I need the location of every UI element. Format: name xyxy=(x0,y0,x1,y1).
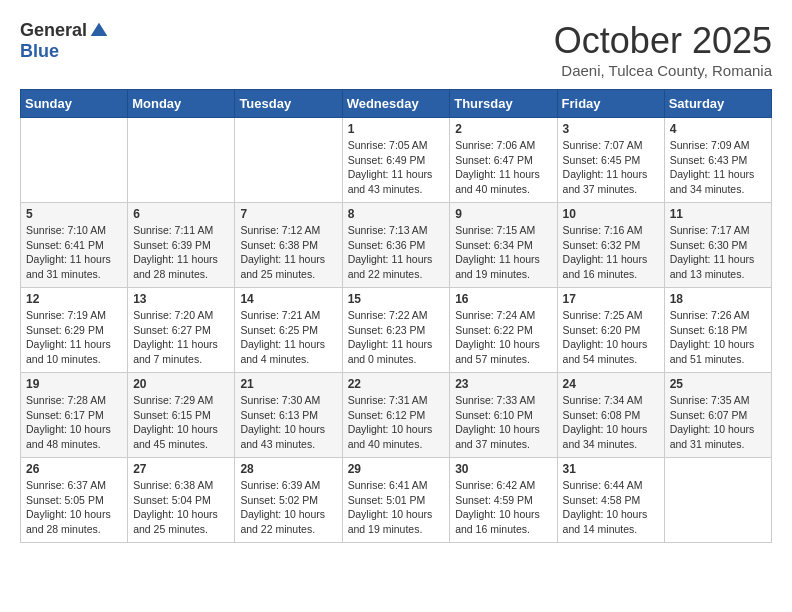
calendar-day-cell: 7Sunrise: 7:12 AMSunset: 6:38 PMDaylight… xyxy=(235,203,342,288)
calendar-day-cell: 19Sunrise: 7:28 AMSunset: 6:17 PMDayligh… xyxy=(21,373,128,458)
day-info: Sunrise: 7:29 AMSunset: 6:15 PMDaylight:… xyxy=(133,393,229,452)
day-info: Sunrise: 7:26 AMSunset: 6:18 PMDaylight:… xyxy=(670,308,766,367)
day-number: 20 xyxy=(133,377,229,391)
calendar-day-cell: 13Sunrise: 7:20 AMSunset: 6:27 PMDayligh… xyxy=(128,288,235,373)
day-number: 13 xyxy=(133,292,229,306)
logo-icon xyxy=(89,21,109,41)
day-info: Sunrise: 7:11 AMSunset: 6:39 PMDaylight:… xyxy=(133,223,229,282)
calendar-week-row: 26Sunrise: 6:37 AMSunset: 5:05 PMDayligh… xyxy=(21,458,772,543)
day-number: 19 xyxy=(26,377,122,391)
logo-general: General xyxy=(20,20,87,41)
day-info: Sunrise: 7:10 AMSunset: 6:41 PMDaylight:… xyxy=(26,223,122,282)
calendar-day-cell: 21Sunrise: 7:30 AMSunset: 6:13 PMDayligh… xyxy=(235,373,342,458)
location-subtitle: Daeni, Tulcea County, Romania xyxy=(554,62,772,79)
day-info: Sunrise: 6:42 AMSunset: 4:59 PMDaylight:… xyxy=(455,478,551,537)
day-number: 16 xyxy=(455,292,551,306)
day-number: 18 xyxy=(670,292,766,306)
logo: General Blue xyxy=(20,20,109,62)
day-info: Sunrise: 7:30 AMSunset: 6:13 PMDaylight:… xyxy=(240,393,336,452)
day-number: 5 xyxy=(26,207,122,221)
day-info: Sunrise: 7:19 AMSunset: 6:29 PMDaylight:… xyxy=(26,308,122,367)
calendar-day-cell: 8Sunrise: 7:13 AMSunset: 6:36 PMDaylight… xyxy=(342,203,450,288)
day-number: 26 xyxy=(26,462,122,476)
day-info: Sunrise: 7:35 AMSunset: 6:07 PMDaylight:… xyxy=(670,393,766,452)
calendar-day-cell: 6Sunrise: 7:11 AMSunset: 6:39 PMDaylight… xyxy=(128,203,235,288)
calendar-day-cell: 3Sunrise: 7:07 AMSunset: 6:45 PMDaylight… xyxy=(557,118,664,203)
day-number: 12 xyxy=(26,292,122,306)
calendar-week-row: 5Sunrise: 7:10 AMSunset: 6:41 PMDaylight… xyxy=(21,203,772,288)
day-info: Sunrise: 7:09 AMSunset: 6:43 PMDaylight:… xyxy=(670,138,766,197)
calendar-header-row: SundayMondayTuesdayWednesdayThursdayFrid… xyxy=(21,90,772,118)
calendar-day-cell: 25Sunrise: 7:35 AMSunset: 6:07 PMDayligh… xyxy=(664,373,771,458)
day-number: 25 xyxy=(670,377,766,391)
day-info: Sunrise: 7:33 AMSunset: 6:10 PMDaylight:… xyxy=(455,393,551,452)
day-number: 10 xyxy=(563,207,659,221)
day-number: 4 xyxy=(670,122,766,136)
svg-marker-0 xyxy=(91,22,108,35)
day-number: 21 xyxy=(240,377,336,391)
day-number: 2 xyxy=(455,122,551,136)
calendar-day-cell: 31Sunrise: 6:44 AMSunset: 4:58 PMDayligh… xyxy=(557,458,664,543)
day-info: Sunrise: 7:34 AMSunset: 6:08 PMDaylight:… xyxy=(563,393,659,452)
day-info: Sunrise: 7:15 AMSunset: 6:34 PMDaylight:… xyxy=(455,223,551,282)
logo-blue: Blue xyxy=(20,41,59,62)
calendar-day-cell: 2Sunrise: 7:06 AMSunset: 6:47 PMDaylight… xyxy=(450,118,557,203)
day-info: Sunrise: 7:28 AMSunset: 6:17 PMDaylight:… xyxy=(26,393,122,452)
day-number: 15 xyxy=(348,292,445,306)
day-info: Sunrise: 7:13 AMSunset: 6:36 PMDaylight:… xyxy=(348,223,445,282)
day-number: 30 xyxy=(455,462,551,476)
calendar-week-row: 19Sunrise: 7:28 AMSunset: 6:17 PMDayligh… xyxy=(21,373,772,458)
calendar-day-cell xyxy=(235,118,342,203)
calendar-day-cell: 15Sunrise: 7:22 AMSunset: 6:23 PMDayligh… xyxy=(342,288,450,373)
title-block: October 2025 Daeni, Tulcea County, Roman… xyxy=(554,20,772,79)
day-number: 3 xyxy=(563,122,659,136)
calendar-day-cell: 26Sunrise: 6:37 AMSunset: 5:05 PMDayligh… xyxy=(21,458,128,543)
calendar-day-header: Sunday xyxy=(21,90,128,118)
calendar-day-header: Thursday xyxy=(450,90,557,118)
day-number: 8 xyxy=(348,207,445,221)
day-info: Sunrise: 7:06 AMSunset: 6:47 PMDaylight:… xyxy=(455,138,551,197)
month-title: October 2025 xyxy=(554,20,772,62)
day-number: 1 xyxy=(348,122,445,136)
calendar-day-header: Wednesday xyxy=(342,90,450,118)
day-info: Sunrise: 7:16 AMSunset: 6:32 PMDaylight:… xyxy=(563,223,659,282)
calendar-day-cell xyxy=(128,118,235,203)
day-number: 7 xyxy=(240,207,336,221)
calendar-day-cell: 1Sunrise: 7:05 AMSunset: 6:49 PMDaylight… xyxy=(342,118,450,203)
calendar-week-row: 12Sunrise: 7:19 AMSunset: 6:29 PMDayligh… xyxy=(21,288,772,373)
calendar-day-cell: 10Sunrise: 7:16 AMSunset: 6:32 PMDayligh… xyxy=(557,203,664,288)
calendar-day-cell: 18Sunrise: 7:26 AMSunset: 6:18 PMDayligh… xyxy=(664,288,771,373)
day-number: 28 xyxy=(240,462,336,476)
calendar-day-header: Tuesday xyxy=(235,90,342,118)
day-info: Sunrise: 7:24 AMSunset: 6:22 PMDaylight:… xyxy=(455,308,551,367)
day-info: Sunrise: 6:41 AMSunset: 5:01 PMDaylight:… xyxy=(348,478,445,537)
day-number: 31 xyxy=(563,462,659,476)
day-info: Sunrise: 6:37 AMSunset: 5:05 PMDaylight:… xyxy=(26,478,122,537)
day-info: Sunrise: 7:12 AMSunset: 6:38 PMDaylight:… xyxy=(240,223,336,282)
calendar-day-cell: 16Sunrise: 7:24 AMSunset: 6:22 PMDayligh… xyxy=(450,288,557,373)
calendar-day-cell: 22Sunrise: 7:31 AMSunset: 6:12 PMDayligh… xyxy=(342,373,450,458)
calendar-day-cell: 23Sunrise: 7:33 AMSunset: 6:10 PMDayligh… xyxy=(450,373,557,458)
page-header: General Blue October 2025 Daeni, Tulcea … xyxy=(20,20,772,79)
calendar-day-cell: 12Sunrise: 7:19 AMSunset: 6:29 PMDayligh… xyxy=(21,288,128,373)
day-number: 29 xyxy=(348,462,445,476)
calendar-day-cell xyxy=(664,458,771,543)
day-number: 23 xyxy=(455,377,551,391)
day-info: Sunrise: 6:44 AMSunset: 4:58 PMDaylight:… xyxy=(563,478,659,537)
day-info: Sunrise: 7:25 AMSunset: 6:20 PMDaylight:… xyxy=(563,308,659,367)
calendar-day-cell: 24Sunrise: 7:34 AMSunset: 6:08 PMDayligh… xyxy=(557,373,664,458)
day-number: 6 xyxy=(133,207,229,221)
calendar-day-cell: 30Sunrise: 6:42 AMSunset: 4:59 PMDayligh… xyxy=(450,458,557,543)
day-info: Sunrise: 7:05 AMSunset: 6:49 PMDaylight:… xyxy=(348,138,445,197)
day-number: 11 xyxy=(670,207,766,221)
day-number: 9 xyxy=(455,207,551,221)
calendar-day-header: Friday xyxy=(557,90,664,118)
day-info: Sunrise: 7:07 AMSunset: 6:45 PMDaylight:… xyxy=(563,138,659,197)
day-info: Sunrise: 7:22 AMSunset: 6:23 PMDaylight:… xyxy=(348,308,445,367)
day-info: Sunrise: 6:38 AMSunset: 5:04 PMDaylight:… xyxy=(133,478,229,537)
day-number: 17 xyxy=(563,292,659,306)
calendar-table: SundayMondayTuesdayWednesdayThursdayFrid… xyxy=(20,89,772,543)
day-info: Sunrise: 7:31 AMSunset: 6:12 PMDaylight:… xyxy=(348,393,445,452)
calendar-day-header: Saturday xyxy=(664,90,771,118)
calendar-day-cell: 9Sunrise: 7:15 AMSunset: 6:34 PMDaylight… xyxy=(450,203,557,288)
